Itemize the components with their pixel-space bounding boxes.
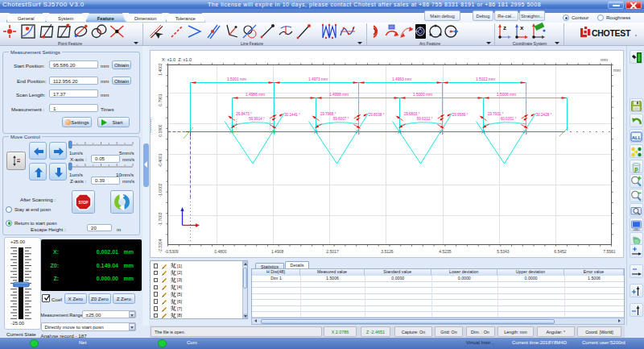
svg-text:1.4998 mm: 1.4998 mm bbox=[329, 93, 349, 97]
svg-text:29.9589 °: 29.9589 ° bbox=[452, 113, 469, 117]
svg-text:1.4973 mm: 1.4973 mm bbox=[308, 77, 328, 81]
svg-text:CHOTEST: CHOTEST bbox=[592, 28, 631, 38]
svg-text:60.0351 °: 60.0351 ° bbox=[501, 117, 517, 121]
svg-text:0.7901: 0.7901 bbox=[158, 93, 163, 106]
svg-text:0.1900: 0.1900 bbox=[158, 124, 163, 137]
svg-text:-0.5309: -0.5309 bbox=[165, 249, 179, 254]
svg-text:-1.0002: -1.0002 bbox=[158, 183, 163, 197]
svg-text:1.4993 mm: 1.4993 mm bbox=[392, 77, 411, 81]
svg-text:p: p bbox=[634, 165, 638, 172]
svg-text:1.5000 mm: 1.5000 mm bbox=[413, 93, 432, 97]
svg-text:mm: mm bbox=[613, 68, 621, 73]
svg-text:29.8473 °: 29.8473 ° bbox=[236, 112, 252, 116]
svg-text:-0.4001: -0.4001 bbox=[158, 153, 163, 167]
svg-text:1.5001 mm: 1.5001 mm bbox=[227, 77, 246, 81]
svg-text:29.6803 °: 29.6803 ° bbox=[404, 112, 420, 116]
svg-text:X: x1.0 Z: x1.0: X: x1.0 Z: x1.0 bbox=[162, 57, 192, 62]
svg-text:59.6007 °: 59.6007 ° bbox=[333, 117, 349, 121]
svg-text:0.4800: 0.4800 bbox=[214, 249, 227, 254]
svg-text:ALL: ALL bbox=[632, 135, 642, 139]
svg-text:4.5235: 4.5235 bbox=[439, 249, 452, 254]
svg-text:mm: mm bbox=[601, 57, 609, 62]
svg-text:29.7931 °: 29.7931 ° bbox=[488, 112, 504, 116]
svg-text:1.5006 mm: 1.5006 mm bbox=[497, 93, 516, 97]
svg-text:z: z bbox=[503, 24, 506, 31]
svg-text:-2.3204: -2.3204 bbox=[158, 239, 163, 252]
svg-text:-1.7003: -1.7003 bbox=[158, 212, 163, 226]
svg-text:2.5017: 2.5017 bbox=[326, 249, 339, 254]
svg-text:30.2428 °: 30.2428 ° bbox=[536, 113, 552, 117]
svg-text:59.9914 °: 59.9914 ° bbox=[249, 117, 265, 121]
svg-text:1.4986 mm: 1.4986 mm bbox=[246, 93, 265, 97]
svg-text:3.5126: 3.5126 bbox=[381, 249, 394, 254]
svg-text:30.1441 °: 30.1441 ° bbox=[284, 113, 300, 117]
svg-text:1.5022 mm: 1.5022 mm bbox=[476, 77, 495, 81]
svg-text:6.5452: 6.5452 bbox=[554, 249, 567, 254]
svg-text:59.6312 °: 59.6312 ° bbox=[417, 117, 433, 121]
svg-text:29.8038 °: 29.8038 ° bbox=[369, 113, 385, 117]
svg-text:1.4908: 1.4908 bbox=[271, 249, 284, 254]
svg-text:5.5343: 5.5343 bbox=[497, 249, 510, 254]
svg-text:x: x bbox=[520, 24, 524, 31]
svg-text:7.5561: 7.5561 bbox=[603, 249, 616, 254]
svg-text:1.4002: 1.4002 bbox=[158, 63, 163, 76]
svg-text:STOP: STOP bbox=[78, 201, 88, 205]
svg-text:29.7968 °: 29.7968 ° bbox=[320, 112, 336, 116]
